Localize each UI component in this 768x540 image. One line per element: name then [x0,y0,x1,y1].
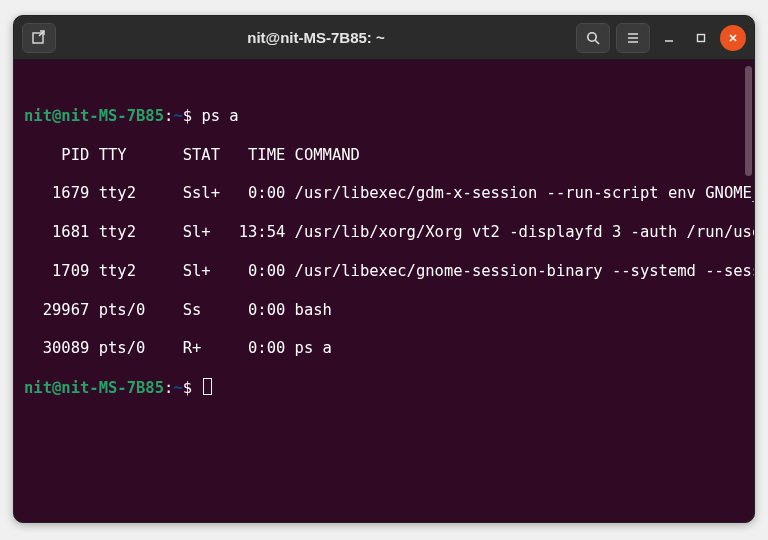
prompt-at: @ [52,379,61,397]
window-title: nit@nit-MS-7B85: ~ [62,29,570,46]
prompt-path: ~ [173,107,182,125]
svg-point-1 [588,32,596,40]
ps-row: 1679 tty2 Ssl+ 0:00 /usr/libexec/gdm-x-s… [24,184,744,203]
svg-line-2 [595,40,599,44]
close-button[interactable] [720,25,746,51]
ps-header: PID TTY STAT TIME COMMAND [24,146,744,165]
prompt-path: ~ [173,379,182,397]
svg-rect-7 [698,34,705,41]
ps-row: 30089 pts/0 R+ 0:00 ps a [24,339,744,358]
prompt-colon: : [164,379,173,397]
new-tab-icon [31,30,47,46]
prompt-dollar: $ [183,379,192,397]
close-icon [727,32,739,44]
prompt-user: nit [24,107,52,125]
ps-row: 1681 tty2 Sl+ 13:54 /usr/lib/xorg/Xorg v… [24,223,744,242]
minimize-icon [663,32,675,44]
terminal-body[interactable]: nit@nit-MS-7B85:~$ ps a PID TTY STAT TIM… [14,60,754,522]
ps-row: 1709 tty2 Sl+ 0:00 /usr/libexec/gnome-se… [24,262,744,281]
maximize-icon [695,32,707,44]
prompt-line-2: nit@nit-MS-7B85:~$ [24,378,744,398]
search-icon [585,30,601,46]
titlebar: nit@nit-MS-7B85: ~ [14,16,754,60]
prompt-host: nit-MS-7B85 [61,379,164,397]
maximize-button[interactable] [688,25,714,51]
titlebar-right [576,23,746,53]
ps-row: 29967 pts/0 Ss 0:00 bash [24,301,744,320]
prompt-user: nit [24,379,52,397]
cursor [203,378,212,395]
prompt-at: @ [52,107,61,125]
scrollbar-thumb[interactable] [745,66,752,176]
prompt-host: nit-MS-7B85 [61,107,164,125]
hamburger-icon [625,30,641,46]
menu-button[interactable] [616,23,650,53]
prompt-line-1: nit@nit-MS-7B85:~$ ps a [24,107,744,126]
prompt-colon: : [164,107,173,125]
minimize-button[interactable] [656,25,682,51]
new-tab-button[interactable] [22,23,56,53]
prompt-dollar: $ [183,107,192,125]
svg-rect-0 [33,33,43,43]
command-text: ps a [201,107,238,125]
search-button[interactable] [576,23,610,53]
terminal-window: nit@nit-MS-7B85: ~ [13,15,755,523]
